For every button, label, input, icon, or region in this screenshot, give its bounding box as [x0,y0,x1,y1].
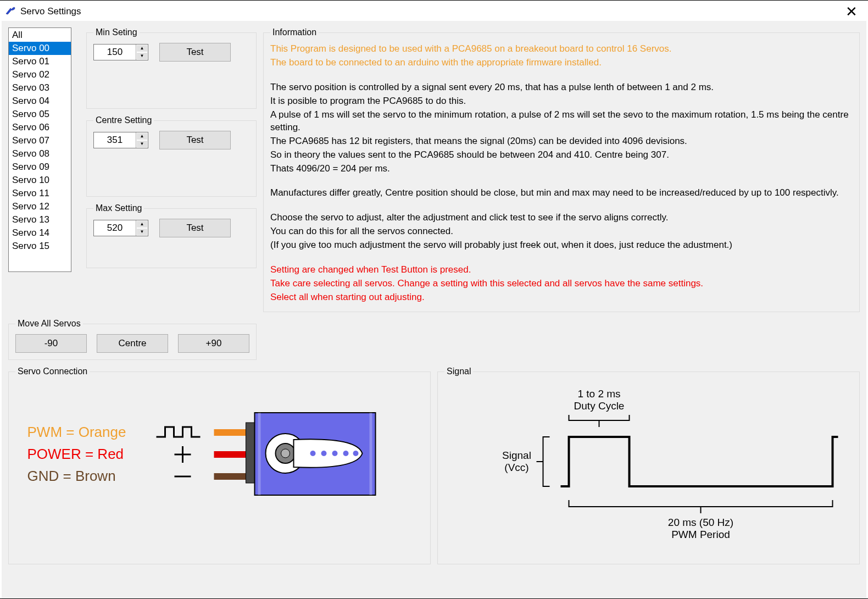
svg-rect-6 [370,413,372,495]
servo-list-item[interactable]: Servo 08 [9,147,71,160]
servo-list-item[interactable]: Servo 12 [9,200,71,213]
servo-list-item[interactable]: Servo 03 [9,81,71,95]
max-value: 520 [94,220,136,236]
servo-list-item[interactable]: All [9,29,71,42]
signal-group: Signal 1 to 2 ms Duty Cycle Signal (Vcc)… [437,367,860,564]
info-body-3: The PCA9685 has 12 bit registers, that m… [270,135,853,148]
min-test-button[interactable]: Test [159,43,231,62]
svg-text:PWM Period: PWM Period [671,529,730,540]
svg-point-14 [353,451,359,456]
info-warn-2: Select all when starting out adjusting. [270,291,853,304]
servo-list-item[interactable]: Servo 14 [9,226,71,240]
gnd-label: GND = Brown [27,468,116,484]
centre-spin-down[interactable]: ▼ [136,140,148,148]
servo-list-item[interactable]: Servo 06 [9,121,71,134]
servo-list-item[interactable]: Servo 09 [9,160,71,174]
centre-setting-group: Centre Setting 351 ▲ ▼ Test [86,115,257,197]
signal-legend: Signal [444,367,473,376]
svg-point-13 [343,451,349,456]
pwm-label: PWM = Orange [27,424,126,440]
move-centre-button[interactable]: Centre [97,334,168,353]
information-group: Information This Program is designed to … [263,27,860,312]
servo-list-item[interactable]: Servo 15 [9,240,71,253]
info-body-5: Thats 4096/20 = 204 per ms. [270,163,853,175]
max-test-button[interactable]: Test [159,219,231,237]
centre-spin-up[interactable]: ▲ [136,132,148,140]
client-area: AllServo 00Servo 01Servo 02Servo 03Servo… [2,21,866,598]
min-spin-up[interactable]: ▲ [136,45,148,52]
max-value-input[interactable]: 520 ▲ ▼ [93,220,148,236]
servo-list-item[interactable]: Servo 10 [9,174,71,187]
servo-list-item[interactable]: Servo 02 [9,68,71,81]
min-setting-group: Min Seting 150 ▲ ▼ Test [86,27,257,109]
titlebar: Servo Settings ✕ [2,2,866,21]
max-spin-up[interactable]: ▲ [136,220,148,228]
servo-list-item[interactable]: Servo 04 [9,95,71,108]
svg-text:1 to 2 ms: 1 to 2 ms [577,388,620,400]
svg-text:(Vcc): (Vcc) [504,462,528,473]
svg-point-10 [310,451,316,456]
min-spin-down[interactable]: ▼ [136,52,148,60]
max-spin-down[interactable]: ▼ [136,228,148,236]
min-value: 150 [94,45,136,60]
centre-test-button[interactable]: Test [159,131,231,149]
info-body3-1: You can do this for all the servos conne… [270,225,853,238]
power-label: POWER = Red [27,446,124,462]
max-setting-group: Max Setting 520 ▲ ▼ Test [86,203,257,268]
move-minus90-button[interactable]: -90 [15,334,87,353]
info-body-0: The servo position is controlled by a si… [270,81,853,94]
info-body-2: A pulse of 1 ms will set the servo to th… [270,109,853,134]
servo-list-item[interactable]: Servo 13 [9,213,71,226]
info-body3-2: (If you give too much adjustment the ser… [270,239,853,252]
information-legend: Information [270,27,319,37]
svg-point-11 [321,451,327,456]
move-all-group: Move All Servos -90 Centre +90 [8,319,257,360]
servo-list-item[interactable]: Servo 11 [9,187,71,200]
servo-connection-group: Servo Connection PWM = Orange POWER = Re… [8,367,431,564]
window-title: Servo Settings [20,6,840,17]
svg-text:Duty Cycle: Duty Cycle [574,400,625,412]
servo-list-item[interactable]: Servo 05 [9,108,71,121]
svg-point-12 [332,451,338,456]
close-button[interactable]: ✕ [840,4,863,19]
servo-connection-diagram: PWM = Orange POWER = Red GND = Brown [15,382,424,547]
info-body3-0: Choose the servo to adjust, alter the ad… [270,212,853,224]
move-plus90-button[interactable]: +90 [178,334,249,353]
svg-rect-3 [246,423,255,483]
servo-list-item[interactable]: Servo 07 [9,134,71,147]
window: Servo Settings ✕ AllServo 00Servo 01Serv… [0,0,868,599]
info-body-1: It is posible to program the PCA9685 to … [270,95,853,108]
move-all-legend: Move All Servos [15,319,83,329]
svg-rect-5 [258,413,261,495]
servo-listbox[interactable]: AllServo 00Servo 01Servo 02Servo 03Servo… [8,27,71,272]
info-body-4: So in theory the values sent to the PCA9… [270,149,853,162]
svg-text:Signal: Signal [502,450,531,461]
max-legend: Max Setting [93,203,144,213]
info-intro1: This Program is designed to be used with… [270,43,853,56]
svg-text:20 ms (50 Hz): 20 ms (50 Hz) [668,517,733,528]
centre-value-input[interactable]: 351 ▲ ▼ [93,132,148,148]
min-value-input[interactable]: 150 ▲ ▼ [93,44,148,60]
info-body2-0: Manufactures differ greatly, Centre posi… [270,187,853,199]
servo-connection-legend: Servo Connection [15,367,90,376]
signal-diagram: 1 to 2 ms Duty Cycle Signal (Vcc) 20 ms … [444,382,853,552]
app-icon [5,6,16,17]
svg-point-9 [281,449,290,458]
centre-legend: Centre Setting [93,115,154,125]
centre-value: 351 [94,132,136,148]
info-intro2: The board to be connected to an arduino … [270,57,853,69]
min-legend: Min Seting [93,27,140,37]
info-warn-0: Setting are changed when Test Button is … [270,264,853,276]
servo-list-item[interactable]: Servo 01 [9,55,71,68]
servo-list-item[interactable]: Servo 00 [9,42,71,55]
info-warn-1: Take care selecting all servos. Change a… [270,278,853,290]
